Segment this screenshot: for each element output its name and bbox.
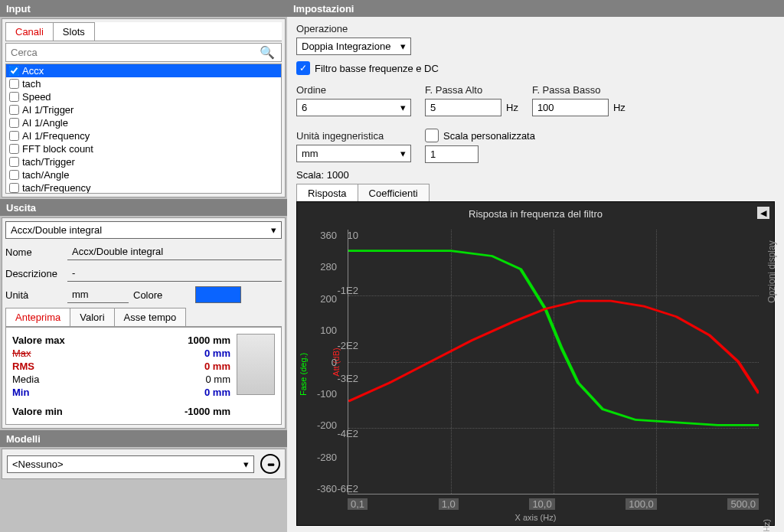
subtab-anteprima[interactable]: Anteprima [5,308,70,326]
media-label: Media [12,374,39,385]
valmax-value: 1000 mm [188,335,230,346]
f-label: f(Hz) [762,519,771,532]
rms-value: 0 mm [204,361,230,372]
chevron-down-icon: ▾ [271,224,276,236]
chart-title: Risposta in frequenza del filtro [297,202,774,226]
min-value: 0 mm [204,387,230,398]
valmin-value: -1000 mm [185,406,230,417]
channel-checkbox[interactable] [9,170,19,180]
nome-label: Nome [5,246,63,258]
tab-canali[interactable]: Canali [5,22,54,41]
unita-input[interactable] [67,286,129,303]
level-indicator [237,334,275,395]
impostazioni-header: Impostazioni [287,0,784,17]
x-ticks: 0,11,010,0100,0500,0 [348,498,759,510]
ordine-select[interactable]: 6▾ [296,99,411,116]
channel-checkbox[interactable] [9,105,19,115]
channel-item[interactable]: AI 1/Angle [6,116,281,129]
subtab-valori[interactable]: Valori [70,308,114,326]
hz-label: Hz [506,102,518,113]
channel-item[interactable]: Speed [6,90,281,103]
chevron-down-icon: ▾ [400,102,406,113]
filtro-checkbox[interactable]: ✓ [296,61,310,75]
media-value: 0 mm [206,374,231,385]
valmin-label: Valore min [12,406,63,417]
descr-input[interactable] [67,265,282,282]
channel-checkbox[interactable] [9,157,19,167]
channel-item[interactable]: tach/Trigger [6,155,281,168]
channel-checkbox[interactable] [9,66,19,76]
search-icon[interactable]: 🔍 [253,44,281,61]
channel-list[interactable]: Accx tach Speed AI 1/Trigger AI 1/Angle … [5,64,282,194]
tab-coefficienti[interactable]: Coefficienti [358,184,430,202]
ordine-label: Ordine [296,84,411,96]
channel-checkbox[interactable] [9,131,19,141]
fpb-input[interactable] [532,99,609,116]
fpa-label: F. Passa Alto [425,84,518,96]
channel-item[interactable]: AI 1/Trigger [6,103,281,116]
modelli-header: Modelli [0,430,287,447]
channel-item[interactable]: tach/Frequency [6,181,281,194]
descr-label: Descrizione [5,268,63,279]
filtro-label: Filtro basse frequenze e DC [315,63,439,74]
channel-item[interactable]: tach [6,77,281,90]
valmax-label: Valore max [12,335,65,346]
more-options-button[interactable]: ••• [260,454,280,474]
channel-checkbox[interactable] [9,144,19,154]
channel-item[interactable]: FFT block count [6,142,281,155]
rms-label: RMS [12,361,34,372]
uscita-header: Uscita [0,199,287,216]
hz-label: Hz [613,102,626,113]
tab-slots[interactable]: Slots [53,22,95,41]
max-label: Max [12,348,31,359]
chevron-down-icon: ▾ [400,41,406,52]
channel-checkbox[interactable] [9,92,19,102]
channel-checkbox[interactable] [9,118,19,128]
operazione-label: Operazione [296,23,775,34]
input-header: Input [0,0,287,17]
channel-checkbox[interactable] [9,183,19,193]
min-label: Min [12,387,29,398]
operazione-select[interactable]: Doppia Integrazione▾ [296,38,411,55]
channel-item[interactable]: tach/Angle [6,168,281,181]
tab-risposta[interactable]: Risposta [296,184,358,202]
opzioni-display-label[interactable]: Opzioni display [766,240,776,302]
chart-area: ◀ Risposta in frequenza del filtro Fase … [296,201,775,526]
collapse-button[interactable]: ◀ [757,207,769,219]
chevron-down-icon: ▾ [243,459,249,470]
scala-pers-label: Scala personalizzata [443,130,535,142]
unita-label: Unità [5,289,63,301]
search-input[interactable] [6,44,253,61]
nome-input[interactable] [67,243,282,260]
unita-ing-select[interactable]: mm▾ [296,145,411,162]
unita-ing-label: Unità ingegneristica [296,130,411,142]
y1-axis-label: Fase (deg.) [299,353,308,396]
fpa-input[interactable] [425,99,501,116]
modelli-select[interactable]: <Nessuno>▾ [7,455,254,473]
max-value: 0 mm [204,348,230,359]
plot-area [348,230,759,494]
scala-label: Scala: 1000 [296,169,775,181]
colore-label: Colore [133,289,191,301]
scala-pers-checkbox[interactable] [425,129,439,142]
channel-item[interactable]: AI 1/Frequency [6,129,281,142]
color-picker[interactable] [195,286,241,303]
channel-item[interactable]: Accx [6,64,281,77]
subtab-asse-tempo[interactable]: Asse tempo [114,308,187,326]
output-select[interactable]: Accx/Double integral▾ [5,221,282,239]
channel-checkbox[interactable] [9,79,19,89]
fpb-label: F. Passa Basso [532,84,626,96]
chevron-down-icon: ▾ [400,148,406,159]
x-axis-label: X axis (Hz) [515,513,557,522]
chart-curves [348,230,759,494]
scala-pers-input[interactable] [425,145,479,163]
